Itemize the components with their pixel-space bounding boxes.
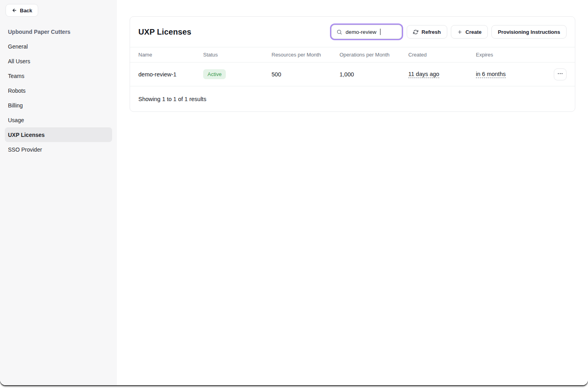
status-badge: Active [203, 69, 226, 79]
back-arrow-icon [12, 8, 17, 13]
more-actions-button[interactable] [554, 68, 567, 80]
sidebar-item-teams[interactable]: Teams [5, 68, 112, 83]
app-window: Back Upbound Paper Cutters General All U… [0, 0, 588, 385]
search-icon [336, 29, 342, 35]
card-header: UXP Licenses demo-review Refresh [130, 17, 575, 47]
back-button[interactable]: Back [6, 4, 38, 17]
sidebar-item-uxp-licenses[interactable]: UXP Licenses [5, 127, 112, 142]
license-status-cell: Active [203, 69, 272, 79]
column-header-name: Name [138, 52, 203, 58]
create-button-label: Create [466, 29, 481, 35]
sidebar-item-general[interactable]: General [5, 39, 112, 54]
license-created-cell: 11 days ago [408, 71, 476, 78]
sidebar-item-all-users[interactable]: All Users [5, 54, 112, 68]
search-input[interactable]: demo-review [331, 25, 402, 39]
sidebar-item-sso-provider[interactable]: SSO Provider [5, 142, 112, 157]
sidebar: Back Upbound Paper Cutters General All U… [0, 0, 117, 385]
page-title: UXP Licenses [138, 27, 191, 37]
refresh-button-label: Refresh [421, 29, 441, 35]
license-expires-cell: in 6 months [476, 71, 544, 78]
license-operations: 1,000 [340, 71, 408, 78]
back-button-label: Back [20, 8, 32, 14]
license-expires: in 6 months [476, 71, 506, 78]
ellipsis-icon [557, 70, 563, 78]
column-header-created: Created [408, 52, 476, 58]
header-controls: demo-review Refresh Create [331, 25, 567, 39]
column-header-expires: Expires [476, 52, 544, 58]
license-actions-cell [544, 68, 567, 80]
create-button[interactable]: Create [451, 25, 488, 39]
license-resources: 500 [272, 71, 340, 78]
sidebar-item-usage[interactable]: Usage [5, 113, 112, 127]
column-header-status: Status [203, 52, 272, 58]
license-name: demo-review-1 [138, 71, 203, 78]
org-section-label: Upbound Paper Cutters [5, 24, 112, 39]
refresh-button[interactable]: Refresh [407, 25, 447, 39]
main-content: UXP Licenses demo-review Refresh [117, 0, 588, 385]
provisioning-instructions-button[interactable]: Provisioning Instructions [491, 25, 567, 39]
uxp-licenses-card: UXP Licenses demo-review Refresh [130, 16, 575, 112]
provisioning-instructions-label: Provisioning Instructions [498, 29, 560, 35]
license-created: 11 days ago [408, 71, 439, 78]
sidebar-item-billing[interactable]: Billing [5, 98, 112, 113]
table-row: demo-review-1 Active 500 1,000 11 days a… [130, 62, 575, 86]
plus-icon [457, 29, 462, 35]
column-header-resources: Resources per Month [272, 52, 340, 58]
sidebar-item-robots[interactable]: Robots [5, 83, 112, 98]
column-header-operations: Operations per Month [340, 52, 408, 58]
results-summary: Showing 1 to 1 of 1 results [130, 86, 575, 111]
search-input-value: demo-review [345, 29, 376, 35]
text-caret [380, 29, 381, 35]
table-header-row: Name Status Resources per Month Operatio… [130, 47, 575, 62]
refresh-icon [413, 29, 418, 35]
sidebar-nav: Upbound Paper Cutters General All Users … [5, 24, 112, 157]
